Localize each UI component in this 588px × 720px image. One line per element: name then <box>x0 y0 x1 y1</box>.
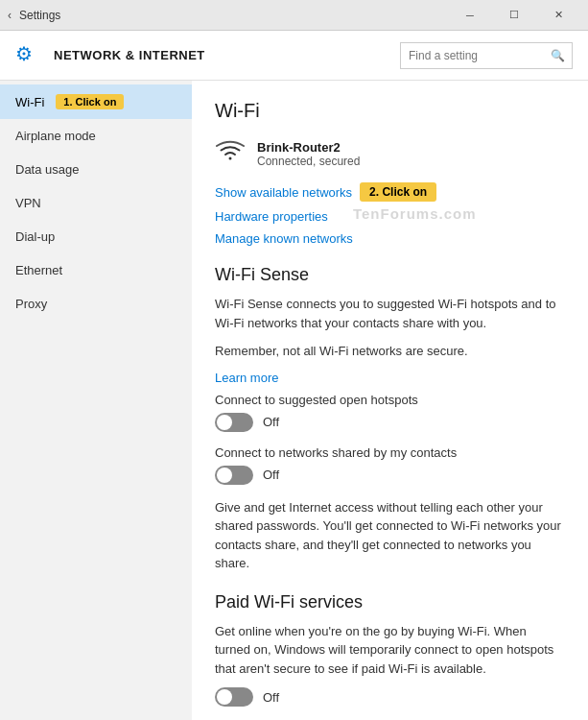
connect-hotspots-label: Connect to suggested open hotspots <box>215 393 565 407</box>
title-bar-left: ‹ Settings <box>8 9 60 22</box>
sidebar-item-wifi[interactable]: Wi-Fi 1. Click on <box>0 84 192 119</box>
wifi-sense-title: Wi-Fi Sense <box>215 265 565 285</box>
main-layout: Wi-Fi 1. Click on Airplane mode Data usa… <box>0 81 588 720</box>
wifi-sense-desc1: Wi-Fi Sense connects you to suggested Wi… <box>215 295 565 332</box>
connect-contacts-toggle[interactable] <box>215 466 253 485</box>
paid-wifi-title: Paid Wi-Fi services <box>215 592 565 612</box>
manage-known-networks-link[interactable]: Manage known networks <box>215 231 565 246</box>
wifi-connection-status: Connected, secured <box>257 155 360 168</box>
sidebar-item-dialup[interactable]: Dial-up <box>0 220 192 253</box>
paid-wifi-toggle[interactable] <box>215 687 253 707</box>
wifi-network-name: Brink-Router2 <box>257 140 360 155</box>
search-input[interactable] <box>401 49 545 62</box>
sidebar-item-vpn-label: VPN <box>15 196 41 210</box>
sidebar-item-ethernet-label: Ethernet <box>15 263 62 277</box>
wifi-sense-section: Wi-Fi Sense Wi-Fi Sense connects you to … <box>215 265 565 573</box>
title-bar: ‹ Settings ─ ☐ ✕ <box>0 0 588 31</box>
close-button[interactable]: ✕ <box>536 0 580 31</box>
toggle-paid-wifi-row: Off <box>215 687 565 707</box>
sidebar-item-dialup-label: Dial-up <box>15 229 55 244</box>
minimize-button[interactable]: ─ <box>448 0 492 31</box>
sidebar-item-proxy[interactable]: Proxy <box>0 287 192 321</box>
sidebar-item-airplane[interactable]: Airplane mode <box>0 119 192 153</box>
section-title-wifi: Wi-Fi <box>215 100 565 122</box>
back-button[interactable]: ‹ <box>8 9 12 22</box>
toggle-hotspots-row: Off <box>215 413 565 432</box>
maximize-button[interactable]: ☐ <box>492 0 536 31</box>
wifi-sense-desc2: Remember, not all Wi-Fi networks are sec… <box>215 342 565 361</box>
sidebar-item-wifi-label: Wi-Fi <box>15 95 44 109</box>
wifi-signal-icon <box>215 137 246 171</box>
sidebar-item-airplane-label: Airplane mode <box>15 129 96 143</box>
sidebar-item-proxy-label: Proxy <box>15 297 47 311</box>
sidebar-item-ethernet[interactable]: Ethernet <box>0 253 192 287</box>
paid-wifi-desc: Get online when you're on the go by buyi… <box>215 622 565 679</box>
connect-contacts-label: Connect to networks shared by my contact… <box>215 445 565 460</box>
window-controls: ─ ☐ ✕ <box>448 0 580 31</box>
show-networks-click-badge: 2. Click on <box>360 182 436 202</box>
toggle-contacts-off-label: Off <box>263 468 279 482</box>
search-icon: 🔍 <box>545 49 571 62</box>
app-header: ⚙ NETWORK & INTERNET 🔍 <box>0 31 588 81</box>
learn-more-link[interactable]: Learn more <box>215 371 565 385</box>
content-area: TenForums.com Wi-Fi Brink-Router2 Connec… <box>192 81 588 720</box>
wifi-click-badge: 1. Click on <box>56 94 124 109</box>
paid-wifi-section: Paid Wi-Fi services Get online when you'… <box>215 592 565 708</box>
settings-gear-icon: ⚙ <box>15 42 42 69</box>
app-header-title: NETWORK & INTERNET <box>54 48 205 62</box>
sidebar-item-datausage-label: Data usage <box>15 162 80 177</box>
sidebar: Wi-Fi 1. Click on Airplane mode Data usa… <box>0 81 192 720</box>
toggle-paid-wifi-off-label: Off <box>263 690 279 705</box>
wifi-info: Brink-Router2 Connected, secured <box>257 140 360 168</box>
sidebar-item-datausage[interactable]: Data usage <box>0 153 192 186</box>
show-available-networks-row: Show available networks 2. Click on <box>215 182 565 202</box>
wifi-connected-block: Brink-Router2 Connected, secured <box>215 137 565 171</box>
sidebar-item-vpn[interactable]: VPN <box>0 186 192 220</box>
search-box[interactable]: 🔍 <box>400 42 573 69</box>
toggle-hotspots-off-label: Off <box>263 415 279 429</box>
show-available-networks-link[interactable]: Show available networks <box>215 185 352 200</box>
window-title: Settings <box>19 9 60 22</box>
connect-hotspots-toggle[interactable] <box>215 413 253 432</box>
toggle-contacts-row: Off <box>215 466 565 485</box>
wifi-sense-desc3: Give and get Internet access without tel… <box>215 498 565 573</box>
hardware-properties-link[interactable]: Hardware properties <box>215 209 565 224</box>
